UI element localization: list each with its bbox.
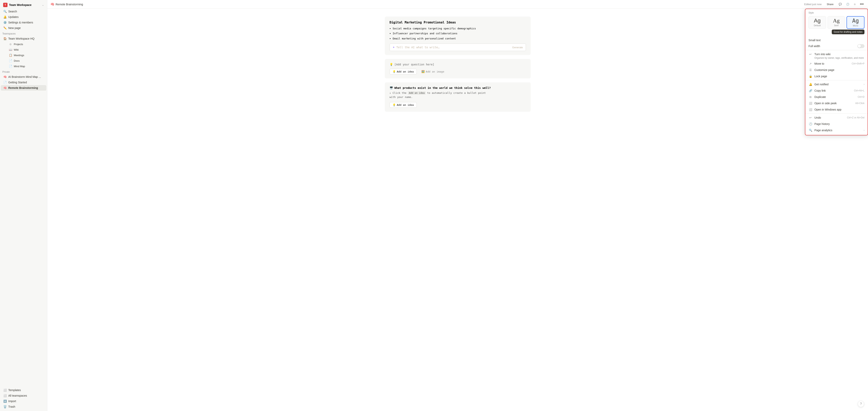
page-analytics-icon: 🔍 [808,128,812,132]
menu-item-duplicate[interactable]: ⧉ Duplicate Ctrl+D [805,94,868,100]
sidebar-item-docs-label: Docs [14,59,20,62]
mind-map-icon: 📄 [9,64,12,68]
style-mono-ag: Ag [852,18,859,24]
side-peek-icon: ⬜ [808,101,812,105]
sidebar-item-projects-label: Projects [14,43,23,46]
meetings-icon: 📋 [9,53,12,57]
sidebar-item-getting-started[interactable]: 📄 Getting Started [1,80,46,85]
menu-item-open-windows[interactable]: ⬜ Open in Windows app [805,106,868,113]
sidebar-item-import[interactable]: ⬇️ Import [1,399,46,404]
workspace-name: Team Workspace [9,3,40,6]
menu-item-customize-page[interactable]: ☰ Customize page [805,67,868,73]
sidebar-item-templates[interactable]: ⬜ Templates [1,387,46,393]
page-content: Digital Marketing Promotional Ideas Soci… [369,9,547,411]
menu-item-open-side-peek[interactable]: ⬜ Open in side peek Alt+Click [805,100,868,106]
full-width-toggle[interactable] [857,44,864,48]
small-text-row: Small text [805,37,868,43]
page-history-icon: 🕐 [808,122,812,126]
sidebar-item-all-teamspaces-label: All teamspaces [8,394,27,397]
sidebar-item-docs[interactable]: 📄 Docs [6,58,46,63]
team-hq-icon: 🏠 [3,37,7,40]
menu-item-page-analytics[interactable]: 🔍 Page analytics › [805,127,868,133]
ai-input-area[interactable]: ✦ Tell the AI what to write… Generate [390,43,526,51]
trash-icon: 🗑️ [3,405,7,408]
menu-item-copy-link[interactable]: 🔗 Copy link Ctrl+Alt+L [805,88,868,94]
style-default-label: Default [814,24,821,27]
sidebar-item-ai-brainstorm[interactable]: 🧠 AI Brainstorm Mind Map ... [1,74,46,80]
workspace-chevron-icon: ⌄ [42,4,44,6]
customize-icon: ☰ [808,68,812,72]
ai-brainstorm-icon: 🧠 [3,75,7,78]
style-mono-label: Mono [853,25,858,27]
add-idea-button-2[interactable]: 💡 Add an idea [390,102,417,108]
page-title: Remote Brainstorming [56,3,83,6]
sidebar-item-meetings[interactable]: 📋 Meetings [6,53,46,58]
style-default-ag: Ag [814,18,820,24]
undo-shortcut: Ctrl+Z or Alt+Del [847,116,864,119]
products-icon: 🖥️ [390,86,393,90]
favorite-button[interactable]: ☆ [852,2,858,6]
share-button[interactable]: Share [824,2,836,6]
search-icon: 🔍 [3,10,7,13]
sidebar-item-remote-brainstorming[interactable]: 🧠 Remote Brainstorming [1,85,46,91]
ai-star-icon: ✦ [393,46,395,49]
menu-item-get-notified[interactable]: 🔔 Get notified › [805,81,868,88]
duplicate-label: Duplicate [814,95,856,98]
workspace-icon: T [3,3,7,7]
help-button[interactable]: ? [858,401,864,407]
all-teamspaces-icon: ⬜ [3,394,7,398]
breadcrumb: 🧠 Remote Brainstorming [51,2,83,6]
sidebar-item-meetings-label: Meetings [14,54,24,57]
style-serif-label: Serif [834,24,839,27]
sidebar-item-trash[interactable]: 🗑️ Trash [1,404,46,409]
question-icon: 💡 [390,63,393,66]
products-title-text: What products exist in the world we thin… [395,86,491,90]
sidebar-item-search[interactable]: 🔍 Search [1,9,46,14]
bullet-3: Email marketing with personalized conten… [393,36,526,41]
menu-item-undo[interactable]: ↩ Undo Ctrl+Z or Alt+Del [805,115,868,121]
sidebar-item-settings[interactable]: ⚙️ Settings & members [1,20,46,25]
wiki-turn-icon: ↩ [808,52,812,56]
sidebar-item-team-hq[interactable]: 🏠 Team Workspace HQ [1,36,46,41]
import-icon: ⬇️ [3,399,7,403]
undo-icon: ↩ [808,116,812,120]
more-options-button[interactable]: ••• [859,1,865,7]
lock-label: Lock page [814,75,864,78]
style-default[interactable]: Ag Default [808,16,826,29]
docs-icon: 📄 [9,59,12,62]
history-button[interactable]: 🕐 [844,2,851,6]
style-options: Ag Default Ag Serif Ag Mono [808,16,864,29]
sidebar-item-all-teamspaces[interactable]: ⬜ All teamspaces [1,393,46,399]
sidebar-item-import-label: Import [8,400,16,403]
ai-generate-button[interactable]: Generate [512,46,523,49]
menu-item-turn-into-wiki[interactable]: ↩ Turn into wiki Organize by owner, tags… [805,51,868,61]
menu-item-move-to[interactable]: ↗ Move to Ctrl+Shift+P [805,61,868,67]
sidebar-item-projects[interactable]: ◎ Projects [6,41,46,47]
add-idea-label-1: Add an idea [397,70,414,73]
workspace-header[interactable]: T Team Workspace ⌄ [1,2,46,8]
wiki-icon: 📖 [9,48,12,52]
question-block: 💡 [Add your question here] 💡 Add an idea… [385,59,531,78]
side-peek-shortcut: Alt+Click [855,102,864,105]
menu-item-page-history[interactable]: 🕐 Page history [805,121,868,127]
style-section-label: Style [808,11,864,14]
copy-link-shortcut: Ctrl+Alt+L [854,89,864,92]
style-mono[interactable]: Ag Mono [846,16,864,29]
question-text: [Add your question here] [395,63,434,66]
add-idea-button-1[interactable]: 💡 Add an idea [390,69,417,74]
style-serif[interactable]: Ag Serif [828,16,845,29]
comment-button[interactable]: 💬 [837,2,843,6]
customize-label: Customize page [814,68,864,71]
templates-icon: ⬜ [3,388,7,392]
sidebar-item-mind-map[interactable]: 📄 Mind Map [6,63,46,69]
sidebar-item-new-page[interactable]: ✏️ New page [1,25,46,31]
ai-placeholder: Tell the AI what to write… [397,46,511,49]
mono-tooltip: Good for drafting and notes [832,30,864,34]
sidebar-item-mind-map-label: Mind Map [14,65,25,68]
page-analytics-label: Page analytics [814,129,862,132]
projects-icon: ◎ [9,42,12,46]
add-image-button[interactable]: 🖼️ Add an image [422,69,444,74]
sidebar-item-wiki[interactable]: 📖 Wiki [6,47,46,53]
menu-item-lock-page[interactable]: 🔒 Lock page [805,73,868,80]
sidebar-item-updates[interactable]: 🔔 Updates [1,14,46,20]
